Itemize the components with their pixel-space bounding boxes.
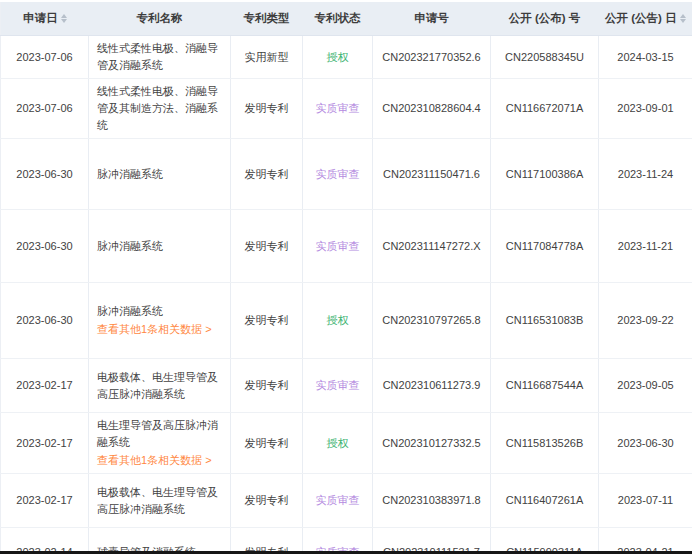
publication-number-cell: CN220588345U (491, 36, 599, 79)
apply-date-cell: 2023-02-17 (1, 474, 89, 528)
apply-date-cell: 2023-02-17 (1, 413, 89, 474)
publication-date-cell: 2023-09-05 (599, 359, 692, 413)
column-header-app_no: 申请号 (373, 2, 491, 36)
patent-table-body: 2023-07-06线性式柔性电极、消融导管及消融系统实用新型授权CN20232… (1, 36, 692, 554)
patent-status-cell: 实质审查 (303, 79, 373, 139)
patent-name: 脉冲消融系统 (97, 238, 222, 255)
patent-type-cell: 实用新型 (231, 36, 303, 79)
patent-status-cell: 授权 (303, 283, 373, 359)
patent-name-cell: 电极载体、电生理导管及高压脉冲消融系统 (89, 474, 231, 528)
table-row: 2023-02-17电生理导管及高压脉冲消融系统查看其他1条相关数据 >发明专利… (1, 413, 692, 474)
column-header-type: 专利类型 (231, 2, 303, 36)
patent-name: 线性式柔性电极、消融导管及其制造方法、消融系统 (97, 83, 222, 134)
status-badge: 实质审查 (316, 494, 360, 506)
status-badge: 授权 (327, 51, 349, 63)
table-row: 2023-06-30脉冲消融系统查看其他1条相关数据 >发明专利授权CN2023… (1, 283, 692, 359)
column-header-label: 专利名称 (137, 12, 183, 24)
patent-name-cell: 电极载体、电生理导管及高压脉冲消融系统 (89, 359, 231, 413)
patent-status-cell: 实质审查 (303, 139, 373, 210)
publication-number-cell: CN117084778A (491, 210, 599, 283)
apply-date-cell: 2023-06-30 (1, 283, 89, 359)
application-number-cell: CN202311150471.6 (373, 139, 491, 210)
publication-date-cell: 2023-09-22 (599, 283, 692, 359)
publication-number-cell: CN116531083B (491, 283, 599, 359)
patent-name: 电极载体、电生理导管及高压脉冲消融系统 (97, 369, 222, 403)
column-header-pub_date[interactable]: 公开 (公告) 日 (599, 2, 692, 36)
publication-date-cell: 2024-03-15 (599, 36, 692, 79)
apply-date-cell: 2023-07-06 (1, 79, 89, 139)
publication-number-cell: CN116672071A (491, 79, 599, 139)
column-header-label: 申请日 (23, 12, 58, 24)
table-row: 2023-02-17电极载体、电生理导管及高压脉冲消融系统发明专利实质审查CN2… (1, 359, 692, 413)
status-badge: 实质审查 (316, 102, 360, 114)
apply-date-cell: 2023-06-30 (1, 210, 89, 283)
status-badge: 授权 (327, 314, 349, 326)
patent-name: 脉冲消融系统 (97, 166, 222, 183)
application-number-cell: CN202310797265.8 (373, 283, 491, 359)
apply-date-cell: 2023-02-17 (1, 359, 89, 413)
sort-icon[interactable] (61, 14, 67, 23)
publication-number-cell: CN116407261A (491, 474, 599, 528)
patent-type-cell: 发明专利 (231, 210, 303, 283)
view-related-data-link[interactable]: 查看其他1条相关数据 > (97, 321, 222, 338)
patent-table: 申请日专利名称专利类型专利状态申请号公开 (公布) 号公开 (公告) 日 202… (0, 2, 692, 554)
patent-status-cell: 授权 (303, 413, 373, 474)
header-row: 申请日专利名称专利类型专利状态申请号公开 (公布) 号公开 (公告) 日 (1, 2, 692, 36)
column-header-label: 申请号 (414, 12, 449, 24)
patent-status-cell: 实质审查 (303, 359, 373, 413)
patent-name: 线性式柔性电极、消融导管及消融系统 (97, 40, 222, 74)
publication-number-cell: CN117100386A (491, 139, 599, 210)
column-header-label: 公开 (公告) 日 (605, 12, 677, 24)
publication-date-cell: 2023-11-24 (599, 139, 692, 210)
application-number-cell: CN202310383971.8 (373, 474, 491, 528)
publication-number-cell: CN116687544A (491, 359, 599, 413)
patent-status-cell: 授权 (303, 36, 373, 79)
patent-status-cell: 实质审查 (303, 210, 373, 283)
patent-name-cell: 线性式柔性电极、消融导管及消融系统 (89, 36, 231, 79)
patent-name-cell: 线性式柔性电极、消融导管及其制造方法、消融系统 (89, 79, 231, 139)
apply-date-cell: 2023-06-30 (1, 139, 89, 210)
patent-type-cell: 发明专利 (231, 139, 303, 210)
column-header-label: 专利状态 (315, 12, 361, 24)
column-header-name: 专利名称 (89, 2, 231, 36)
patent-type-cell: 发明专利 (231, 474, 303, 528)
column-header-status: 专利状态 (303, 2, 373, 36)
table-row: 2023-02-17电极载体、电生理导管及高压脉冲消融系统发明专利实质审查CN2… (1, 474, 692, 528)
column-header-pub_no: 公开 (公布) 号 (491, 2, 599, 36)
apply-date-cell: 2023-07-06 (1, 36, 89, 79)
publication-date-cell: 2023-11-21 (599, 210, 692, 283)
patent-type-cell: 发明专利 (231, 359, 303, 413)
column-header-apply_date[interactable]: 申请日 (1, 2, 89, 36)
status-badge: 实质审查 (316, 379, 360, 391)
table-row: 2023-07-06线性式柔性电极、消融导管及其制造方法、消融系统发明专利实质审… (1, 79, 692, 139)
view-related-data-link[interactable]: 查看其他1条相关数据 > (97, 452, 222, 469)
patent-table-container: 申请日专利名称专利类型专利状态申请号公开 (公布) 号公开 (公告) 日 202… (0, 0, 692, 554)
patent-type-cell: 发明专利 (231, 283, 303, 359)
publication-date-cell: 2023-09-01 (599, 79, 692, 139)
patent-name-cell: 脉冲消融系统 (89, 139, 231, 210)
application-number-cell: CN202311147272.X (373, 210, 491, 283)
patent-name-cell: 脉冲消融系统查看其他1条相关数据 > (89, 283, 231, 359)
patent-type-cell: 发明专利 (231, 79, 303, 139)
publication-date-cell: 2023-06-30 (599, 413, 692, 474)
table-row: 2023-06-30脉冲消融系统发明专利实质审查CN202311147272.X… (1, 210, 692, 283)
column-header-label: 公开 (公布) 号 (509, 12, 581, 24)
patent-name: 电极载体、电生理导管及高压脉冲消融系统 (97, 484, 222, 518)
table-row: 2023-07-06线性式柔性电极、消融导管及消融系统实用新型授权CN20232… (1, 36, 692, 79)
status-badge: 实质审查 (316, 168, 360, 180)
patent-type-cell: 发明专利 (231, 413, 303, 474)
patent-name-cell: 脉冲消融系统 (89, 210, 231, 283)
publication-date-cell: 2023-07-11 (599, 474, 692, 528)
patent-status-cell: 实质审查 (303, 474, 373, 528)
status-badge: 授权 (327, 437, 349, 449)
patent-name-cell: 电生理导管及高压脉冲消融系统查看其他1条相关数据 > (89, 413, 231, 474)
patent-name: 电生理导管及高压脉冲消融系统 (97, 417, 222, 451)
sort-icon[interactable] (680, 14, 686, 23)
table-row: 2023-06-30脉冲消融系统发明专利实质审查CN202311150471.6… (1, 139, 692, 210)
patent-name: 脉冲消融系统 (97, 303, 222, 320)
application-number-cell: CN202310611273.9 (373, 359, 491, 413)
application-number-cell: CN202310127332.5 (373, 413, 491, 474)
column-header-label: 专利类型 (244, 12, 290, 24)
application-number-cell: CN202310828604.4 (373, 79, 491, 139)
publication-number-cell: CN115813526B (491, 413, 599, 474)
